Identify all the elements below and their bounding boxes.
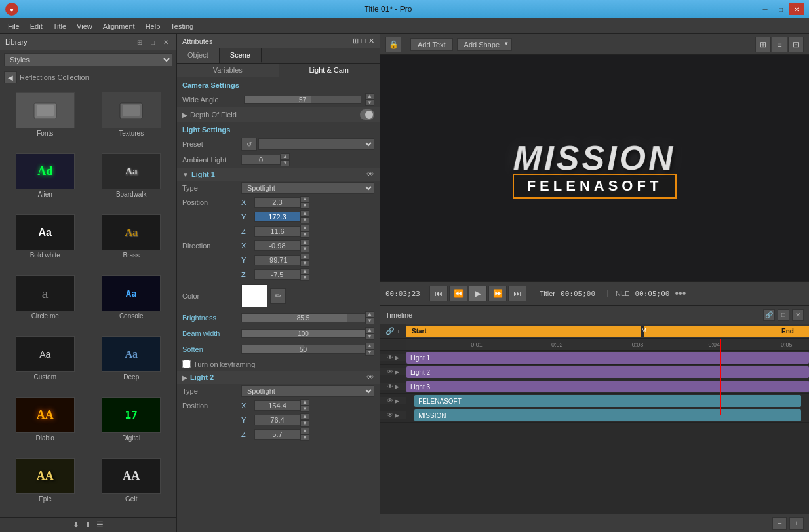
style-item-deep[interactable]: Aa Deep <box>89 333 174 392</box>
light1-pos-y-input[interactable] <box>254 212 300 222</box>
light1-track-eye-icon[interactable]: 👁 <box>387 354 393 361</box>
light3-track-arrow-icon[interactable]: ▶ <box>395 383 399 390</box>
mission-track-arrow-icon[interactable]: ▶ <box>395 412 399 419</box>
attr-icon-2[interactable]: □ <box>361 37 366 45</box>
light2-pos-z-input[interactable] <box>254 429 300 440</box>
light1-brightness-track[interactable]: 85.5 <box>241 313 365 322</box>
library-list-icon[interactable]: ☰ <box>96 520 104 529</box>
light1-color-swatch[interactable] <box>241 284 267 307</box>
menu-help[interactable]: Help <box>140 21 166 31</box>
attr-close-icon[interactable]: ✕ <box>368 37 374 45</box>
close-button[interactable]: ✕ <box>789 3 804 15</box>
light1-pos-y-spinner[interactable]: ▲ ▼ <box>300 210 309 223</box>
timeline-add-btn[interactable]: + <box>397 328 401 335</box>
depth-toggle[interactable] <box>360 109 374 120</box>
library-icon-2[interactable]: □ <box>148 37 158 47</box>
light1-track-arrow-icon[interactable]: ▶ <box>395 354 399 361</box>
light2-header[interactable]: ▶ Light 2 👁 <box>177 371 380 384</box>
light2-track-eye-icon[interactable]: 👁 <box>387 368 393 375</box>
styles-select[interactable]: Styles <box>4 53 172 66</box>
add-text-button[interactable]: Add Text <box>410 38 453 51</box>
wide-angle-up[interactable]: ▲ <box>365 93 374 100</box>
tab-scene[interactable]: Scene <box>220 48 262 63</box>
list-view-icon[interactable]: ≡ <box>772 37 787 52</box>
light2-track-arrow-icon[interactable]: ▶ <box>395 369 399 375</box>
style-item-fonts[interactable]: Fonts <box>3 89 88 149</box>
light1-color-picker-button[interactable]: ✏ <box>270 288 286 304</box>
light2-track-block[interactable]: Light 2 <box>406 366 809 378</box>
timeline-link-btn[interactable]: 🔗 <box>385 327 395 335</box>
library-upload-icon[interactable]: ⬆ <box>85 520 91 529</box>
light2-eye-icon[interactable]: 👁 <box>366 373 374 382</box>
style-item-diablo[interactable]: AA Diablo <box>3 394 88 453</box>
light1-soften-track[interactable]: 50 <box>241 345 365 354</box>
wide-angle-down[interactable]: ▼ <box>365 100 374 106</box>
style-item-brass[interactable]: Aa Brass <box>89 211 174 271</box>
style-item-custom[interactable]: Aa Custom <box>3 333 88 392</box>
more-options-button[interactable]: ••• <box>675 288 686 299</box>
felenasoft-track-block[interactable]: FELENASOFT <box>414 395 800 407</box>
skip-to-start-button[interactable]: ⏮ <box>429 286 448 301</box>
style-item-console[interactable]: Aa Console <box>89 272 174 332</box>
tab-object[interactable]: Object <box>177 48 220 63</box>
step-forward-button[interactable]: ⏩ <box>488 286 507 301</box>
light1-dir-y-spinner[interactable]: ▲ ▼ <box>300 254 309 267</box>
menu-testing[interactable]: Testing <box>165 21 199 31</box>
collection-back-button[interactable]: ◀ <box>4 71 17 83</box>
light1-pos-x-input[interactable] <box>254 197 300 208</box>
wide-angle-track[interactable]: 57 <box>244 96 361 104</box>
menu-alignment[interactable]: Alignment <box>98 21 140 31</box>
mission-track-block[interactable]: MISSION <box>414 409 800 421</box>
light2-type-select[interactable]: Spotlight <box>241 385 374 397</box>
ambient-down[interactable]: ▼ <box>281 160 290 166</box>
style-item-circle-me[interactable]: a Circle me <box>3 272 88 332</box>
light2-pos-x-spinner[interactable]: ▲ ▼ <box>300 399 309 412</box>
light1-header[interactable]: ▼ Light 1 👁 <box>177 168 380 181</box>
preset-refresh-icon[interactable]: ↺ <box>241 138 257 151</box>
add-shape-button[interactable]: Add Shape <box>457 38 512 51</box>
grid-view-icon[interactable]: ⊞ <box>755 37 771 52</box>
felenasoft-track-eye-icon[interactable]: 👁 <box>387 397 393 404</box>
step-back-button[interactable]: ⏪ <box>449 286 467 301</box>
ambient-up[interactable]: ▲ <box>281 153 290 160</box>
light1-keyframe-checkbox[interactable] <box>182 360 191 368</box>
style-item-bold-white[interactable]: Aa Bold white <box>3 211 88 271</box>
subtab-light-cam[interactable]: Light & Cam <box>279 64 380 77</box>
ambient-input[interactable] <box>241 155 281 165</box>
light1-soften-spinner[interactable]: ▲ ▼ <box>365 343 374 356</box>
light1-dir-x-input[interactable] <box>254 240 300 251</box>
style-item-boardwalk[interactable]: Aa Boardwalk <box>89 150 174 210</box>
light1-type-select[interactable]: Spotlight <box>241 182 374 194</box>
timeline-expand-icon[interactable]: □ <box>778 309 789 321</box>
timeline-plus-button[interactable]: + <box>789 517 804 530</box>
attr-icon-1[interactable]: ⊞ <box>353 37 359 45</box>
light1-pos-x-spinner[interactable]: ▲ ▼ <box>300 196 309 209</box>
light2-pos-y-input[interactable] <box>254 415 300 425</box>
light1-beamwidth-spinner[interactable]: ▲ ▼ <box>365 327 374 340</box>
depth-of-field-row[interactable]: ▶ Depth Of Field <box>177 107 380 122</box>
light1-beamwidth-track[interactable]: 100 <box>241 329 365 338</box>
light3-track-eye-icon[interactable]: 👁 <box>387 383 393 390</box>
light1-dir-y-input[interactable] <box>254 255 300 265</box>
full-view-icon[interactable]: ⊡ <box>788 37 804 52</box>
menu-view[interactable]: View <box>71 21 98 31</box>
style-item-digital[interactable]: 17 Digital <box>89 394 174 453</box>
light1-dir-z-input[interactable] <box>254 269 300 280</box>
style-item-alien[interactable]: Ad Alien <box>3 150 88 210</box>
style-item-textures[interactable]: Textures <box>89 89 174 149</box>
skip-to-end-button[interactable]: ⏭ <box>508 286 526 301</box>
light2-pos-x-input[interactable] <box>254 400 300 411</box>
preset-select[interactable] <box>258 138 374 150</box>
minimize-button[interactable]: ─ <box>758 3 772 15</box>
subtab-variables[interactable]: Variables <box>177 64 279 77</box>
mission-track-eye-icon[interactable]: 👁 <box>387 411 393 419</box>
ambient-spinner[interactable]: ▲ ▼ <box>281 153 290 166</box>
light1-eye-icon[interactable]: 👁 <box>366 170 374 179</box>
play-button[interactable]: ▶ <box>469 286 487 301</box>
menu-title[interactable]: Title <box>48 21 71 31</box>
light3-track-block[interactable]: Light 3 <box>406 381 809 392</box>
menu-edit[interactable]: Edit <box>25 21 48 31</box>
light1-pos-z-spinner[interactable]: ▲ ▼ <box>300 225 309 238</box>
style-item-epic[interactable]: AA Epic <box>3 455 88 514</box>
library-icon-1[interactable]: ⊞ <box>134 37 145 47</box>
